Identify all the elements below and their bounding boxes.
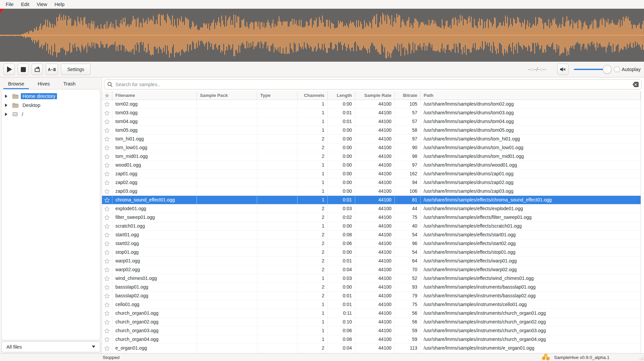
table-row[interactable]: explode01.ogg20:034410044/usr/share/lmms…	[102, 204, 641, 213]
favorite-star-icon[interactable]	[104, 302, 110, 307]
favorite-cell[interactable]	[102, 326, 112, 335]
tab-browse[interactable]: Browse	[3, 79, 29, 89]
favorite-star-icon[interactable]	[104, 145, 110, 151]
table-row[interactable]: start02.ogg20:064410096/usr/share/lmms/s…	[102, 239, 641, 248]
favorite-cell[interactable]	[102, 231, 112, 239]
favorite-star-icon[interactable]	[104, 102, 110, 107]
favorite-cell[interactable]	[102, 109, 112, 117]
table-row[interactable]: zap02.ogg10:004410094/usr/share/lmms/sam…	[102, 178, 641, 187]
table-row[interactable]: warp01.ogg20:014410064/usr/share/lmms/sa…	[102, 257, 641, 265]
header-length[interactable]: Length	[328, 91, 355, 100]
favorite-star-icon[interactable]	[104, 110, 110, 116]
table-row[interactable]: church_organ01.ogg10:114410056/usr/share…	[102, 309, 641, 318]
menu-file[interactable]: File	[2, 1, 17, 8]
menu-help[interactable]: Help	[51, 1, 68, 8]
favorite-star-icon[interactable]	[104, 285, 110, 290]
favorite-star-icon[interactable]	[104, 267, 110, 273]
tree-item-root[interactable]: /	[2, 110, 100, 119]
favorite-cell[interactable]	[102, 213, 112, 222]
favorite-star-icon[interactable]	[104, 276, 110, 281]
expander-icon[interactable]	[5, 95, 7, 98]
expander-icon[interactable]	[5, 104, 7, 107]
clear-search-icon[interactable]: ✕	[631, 82, 639, 87]
favorite-star-icon[interactable]	[104, 180, 110, 185]
search-input[interactable]	[115, 82, 631, 87]
menu-edit[interactable]: Edit	[17, 1, 33, 8]
favorite-cell[interactable]	[102, 344, 112, 352]
header-favorite[interactable]	[102, 91, 112, 100]
favorite-cell[interactable]	[102, 196, 112, 204]
favorite-star-icon[interactable]	[104, 232, 110, 238]
favorite-star-icon[interactable]	[104, 189, 110, 194]
table-row[interactable]: bassslap02.ogg20:014410079/usr/share/lmm…	[102, 292, 641, 300]
tab-hives[interactable]: Hives	[33, 79, 54, 89]
favorite-star-icon[interactable]	[104, 136, 110, 142]
table-row[interactable]: church_organ04.ogg10:084410059/usr/share…	[102, 335, 641, 344]
table-row[interactable]: zap01.ogg10:0044100162/usr/share/lmms/sa…	[102, 170, 641, 178]
favorite-cell[interactable]	[102, 178, 112, 187]
favorite-star-icon[interactable]	[104, 197, 110, 203]
table-row[interactable]: e_organ01.ogg20:0444100113/usr/share/lmm…	[102, 344, 641, 353]
favorite-cell[interactable]	[102, 257, 112, 265]
tab-trash[interactable]: Trash	[59, 79, 80, 89]
favorite-cell[interactable]	[102, 292, 112, 300]
table-row[interactable]: tom04.ogg10:014410057/usr/share/lmms/sam…	[102, 117, 641, 126]
table-row[interactable]: cello01.ogg10:014410075/usr/share/lmms/s…	[102, 300, 641, 309]
favorite-cell[interactable]	[102, 187, 112, 195]
header-filename[interactable]: Filename	[112, 91, 197, 100]
playhead-marker[interactable]	[0, 9, 4, 13]
stop-button[interactable]	[17, 64, 29, 75]
favorite-star-icon[interactable]	[104, 328, 110, 334]
table-row[interactable]: start01.ogg20:084410054/usr/share/lmms/s…	[102, 231, 641, 239]
favorite-star-icon[interactable]	[104, 346, 110, 351]
favorite-cell[interactable]	[102, 204, 112, 213]
favorite-star-icon[interactable]	[104, 171, 110, 177]
mute-button[interactable]	[557, 64, 569, 75]
favorite-cell[interactable]	[102, 239, 112, 248]
autoplay-checkbox[interactable]	[614, 67, 620, 72]
favorite-cell[interactable]	[102, 117, 112, 126]
favorite-cell[interactable]	[102, 135, 112, 143]
favorite-star-icon[interactable]	[104, 250, 110, 255]
favorite-cell[interactable]	[102, 309, 112, 317]
volume-slider[interactable]	[574, 65, 611, 74]
table-row[interactable]: wood01.ogg10:004410097/usr/share/lmms/sa…	[102, 161, 641, 170]
table-row[interactable]: tom03.ogg10:014410057/usr/share/lmms/sam…	[102, 109, 641, 117]
favorite-cell[interactable]	[102, 300, 112, 309]
favorite-star-icon[interactable]	[104, 311, 110, 316]
ab-repeat-button[interactable]: A-B	[46, 64, 58, 75]
favorite-star-icon[interactable]	[104, 293, 110, 299]
table-row[interactable]: stop01.ogg20:004410054/usr/share/lmms/sa…	[102, 248, 641, 257]
favorite-cell[interactable]	[102, 152, 112, 161]
favorite-cell[interactable]	[102, 143, 112, 152]
header-sample-rate[interactable]: Sample Rate	[355, 91, 395, 100]
menu-view[interactable]: View	[33, 1, 51, 8]
header-channels[interactable]: Channels	[298, 91, 328, 100]
favorite-cell[interactable]	[102, 318, 112, 326]
favorite-cell[interactable]	[102, 170, 112, 178]
favorite-cell[interactable]	[102, 335, 112, 344]
favorite-cell[interactable]	[102, 248, 112, 256]
settings-button[interactable]: Settings	[61, 64, 91, 75]
tree-item-home-directory[interactable]: Home directory	[2, 92, 100, 101]
table-row[interactable]: scratch01.ogg10:004410040/usr/share/lmms…	[102, 222, 641, 231]
favorite-cell[interactable]	[102, 283, 112, 291]
volume-slider-knob[interactable]	[603, 65, 611, 74]
table-row[interactable]: chroma_sound_effect01.ogg10:014410081/us…	[102, 196, 641, 204]
table-row[interactable]: tom02.ogg10:0044100105/usr/share/lmms/sa…	[102, 100, 641, 109]
favorite-cell[interactable]	[102, 126, 112, 134]
favorite-star-icon[interactable]	[104, 337, 110, 342]
favorite-cell[interactable]	[102, 100, 112, 108]
table-row[interactable]: church_organ02.ogg10:104410056/usr/share…	[102, 318, 641, 326]
favorite-cell[interactable]	[102, 274, 112, 283]
favorite-star-icon[interactable]	[104, 319, 110, 325]
favorite-cell[interactable]	[102, 222, 112, 230]
resize-grip[interactable]	[638, 355, 643, 360]
favorite-star-icon[interactable]	[104, 128, 110, 133]
table-row[interactable]: tom_mid01.ogg20:004410098/usr/share/lmms…	[102, 152, 641, 161]
favorite-star-icon[interactable]	[104, 163, 110, 168]
favorite-cell[interactable]	[102, 265, 112, 274]
play-button[interactable]	[3, 64, 15, 75]
table-row[interactable]: warp02.ogg20:044410070/usr/share/lmms/sa…	[102, 265, 641, 274]
expander-icon[interactable]	[5, 113, 7, 116]
